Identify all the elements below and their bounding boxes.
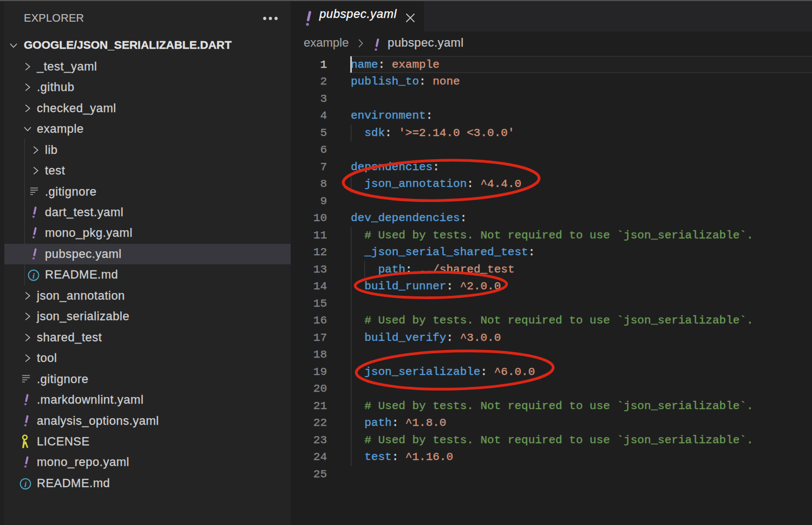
svg-text:i: i	[32, 271, 35, 280]
svg-text:i: i	[24, 480, 27, 489]
